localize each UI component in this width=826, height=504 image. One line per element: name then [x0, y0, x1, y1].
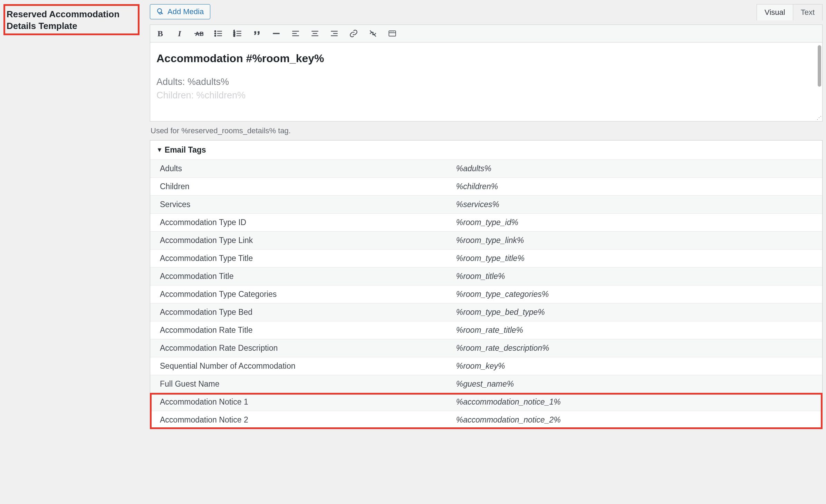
align-right-button[interactable] — [329, 28, 339, 39]
email-tags-panel: ▼ Email Tags Adults%adults%Children%chil… — [150, 140, 823, 429]
email-tag-name: Accommodation Notice 1 — [150, 393, 453, 411]
email-tag-row: Services%services% — [150, 195, 822, 213]
editor-area[interactable]: Accommodation #%room_key% Adults: %adult… — [150, 42, 823, 122]
editor-heading: Accommodation #%room_key% — [156, 52, 816, 65]
resize-handle-icon[interactable]: ⋰ — [817, 115, 822, 120]
hr-button[interactable] — [271, 28, 281, 39]
svg-point-3 — [215, 31, 216, 32]
email-tag-value: %adults% — [453, 160, 822, 177]
caret-down-icon: ▼ — [156, 146, 163, 154]
email-tag-row: Sequential Number of Accommodation%room_… — [150, 357, 822, 375]
svg-text:3: 3 — [233, 34, 235, 37]
email-tag-value: %services% — [453, 196, 822, 213]
email-tag-name: Accommodation Rate Title — [150, 321, 453, 339]
email-tag-name: Full Guest Name — [150, 375, 453, 393]
numbered-list-button[interactable]: 123 — [232, 28, 243, 39]
email-tag-name: Accommodation Rate Description — [150, 339, 453, 357]
add-media-button[interactable]: Add Media — [150, 4, 210, 19]
email-tag-row: Adults%adults% — [150, 159, 822, 177]
toolbar-toggle-button[interactable] — [387, 28, 397, 39]
bold-button[interactable]: B — [155, 28, 165, 39]
editor-content[interactable]: Accommodation #%room_key% Adults: %adult… — [150, 42, 822, 114]
section-label-box: Reserved Accommodation Details Template — [3, 4, 140, 35]
align-left-button[interactable] — [290, 28, 301, 39]
email-tag-name: Services — [150, 196, 453, 213]
email-tag-row: Accommodation Type Link%room_type_link% — [150, 231, 822, 249]
editor-toolbar: B I ABE 123 — [150, 25, 823, 42]
email-tag-value: %room_title% — [453, 268, 822, 285]
link-button[interactable] — [348, 28, 359, 39]
email-tag-name: Accommodation Type Link — [150, 232, 453, 249]
email-tag-value: %room_rate_title% — [453, 321, 822, 339]
email-tag-name: Accommodation Type Bed — [150, 303, 453, 321]
email-tag-row: Accommodation Title%room_title% — [150, 267, 822, 285]
align-center-button[interactable] — [310, 28, 320, 39]
email-tag-name: Accommodation Type Title — [150, 250, 453, 267]
blockquote-button[interactable] — [252, 28, 262, 39]
email-tag-row: Accommodation Rate Description%room_rate… — [150, 339, 822, 357]
italic-button[interactable]: I — [174, 28, 185, 39]
main-column: Add Media Visual Text B I ABE 123 Accom — [150, 4, 823, 429]
email-tag-value: %accommodation_notice_2% — [453, 411, 822, 429]
email-tag-name: Children — [150, 178, 453, 195]
email-tag-value: %room_key% — [453, 357, 822, 375]
highlighted-rows: Accommodation Notice 1%accommodation_not… — [150, 393, 822, 429]
svg-rect-26 — [389, 31, 396, 36]
email-tags-toggle[interactable]: ▼ Email Tags — [150, 140, 822, 159]
email-tag-value: %room_type_bed_type% — [453, 303, 822, 321]
email-tag-row: Accommodation Notice 1%accommodation_not… — [150, 393, 822, 411]
page-container: Reserved Accommodation Details Template … — [0, 0, 826, 433]
email-tag-row: Full Guest Name%guest_name% — [150, 375, 822, 393]
email-tag-value: %children% — [453, 178, 822, 195]
email-tag-name: Adults — [150, 160, 453, 177]
strikethrough-button[interactable]: ABE — [194, 28, 204, 39]
editor-tabs: Visual Text — [757, 4, 823, 20]
email-tags-table: Adults%adults%Children%children%Services… — [150, 159, 822, 429]
email-tags-title: Email Tags — [165, 145, 206, 155]
email-tag-value: %accommodation_notice_1% — [453, 393, 822, 411]
email-tag-name: Accommodation Notice 2 — [150, 411, 453, 429]
add-media-label: Add Media — [167, 7, 204, 16]
svg-point-7 — [215, 35, 216, 36]
unlink-button[interactable] — [368, 28, 378, 39]
bullet-list-button[interactable] — [213, 28, 223, 39]
email-tag-name: Accommodation Title — [150, 268, 453, 285]
tab-text[interactable]: Text — [793, 4, 822, 20]
email-tag-row: Accommodation Notice 2%accommodation_not… — [150, 411, 822, 429]
editor-line-1: Adults: %adults% — [156, 75, 816, 89]
media-icon — [156, 8, 165, 16]
email-tag-name: Sequential Number of Accommodation — [150, 357, 453, 375]
email-tag-value: %room_type_title% — [453, 250, 822, 267]
email-tag-row: Accommodation Rate Title%room_rate_title… — [150, 321, 822, 339]
email-tag-row: Children%children% — [150, 177, 822, 195]
helper-text: Used for %reserved_rooms_details% tag. — [150, 122, 823, 140]
email-tag-row: Accommodation Type ID%room_type_id% — [150, 213, 822, 231]
email-tag-value: %room_type_id% — [453, 214, 822, 231]
tab-visual[interactable]: Visual — [757, 4, 793, 20]
email-tag-value: %room_type_link% — [453, 232, 822, 249]
svg-point-5 — [215, 33, 216, 34]
editor-line-2: Children: %children% — [156, 89, 816, 102]
editor-top-row: Add Media Visual Text — [150, 4, 823, 20]
email-tag-name: Accommodation Type Categories — [150, 285, 453, 303]
email-tag-value: %room_type_categories% — [453, 285, 822, 303]
email-tag-row: Accommodation Type Title%room_type_title… — [150, 249, 822, 267]
email-tag-name: Accommodation Type ID — [150, 214, 453, 231]
email-tag-value: %room_rate_description% — [453, 339, 822, 357]
section-label: Reserved Accommodation Details Template — [7, 9, 134, 32]
email-tag-row: Accommodation Type Bed%room_type_bed_typ… — [150, 303, 822, 321]
scrollbar-thumb[interactable] — [818, 45, 821, 87]
email-tag-row: Accommodation Type Categories%room_type_… — [150, 285, 822, 303]
email-tag-value: %guest_name% — [453, 375, 822, 393]
